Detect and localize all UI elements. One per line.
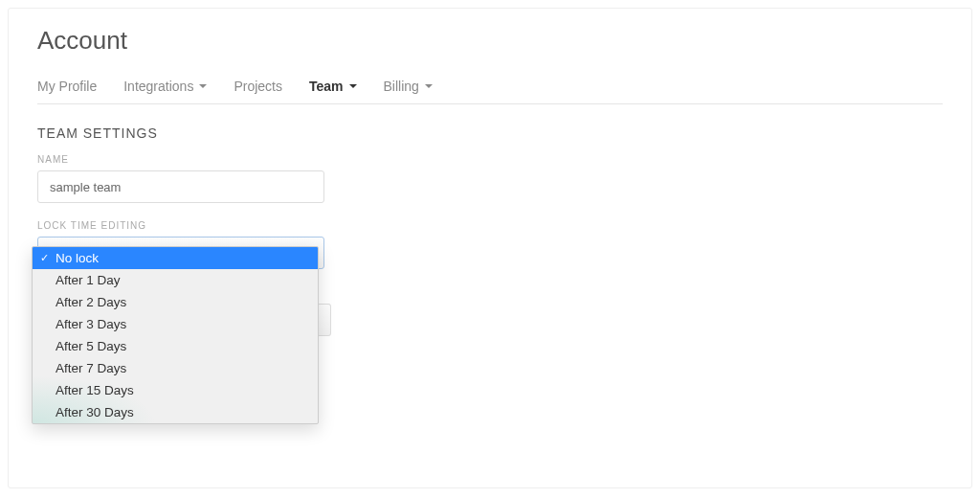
dropdown-option-no-lock[interactable]: No lock <box>33 247 318 269</box>
tab-billing[interactable]: Billing <box>384 73 433 103</box>
tab-label: My Profile <box>37 79 97 94</box>
tab-projects[interactable]: Projects <box>234 73 282 103</box>
dropdown-option-15-days[interactable]: After 15 Days <box>33 379 318 401</box>
lock-field-label: LOCK TIME EDITING <box>37 220 943 231</box>
team-name-input[interactable] <box>37 170 324 203</box>
tab-label: Projects <box>234 79 282 94</box>
tabs-nav: My Profile Integrations Projects Team Bi… <box>37 73 943 104</box>
tab-label: Team <box>309 79 344 94</box>
lock-select-wrap: No lock After 1 Day After 2 Days After 3… <box>37 237 324 269</box>
name-field-label: NAME <box>37 154 943 165</box>
tab-label: Billing <box>384 79 419 94</box>
chevron-down-icon <box>425 84 433 88</box>
dropdown-option-1-day[interactable]: After 1 Day <box>33 269 318 291</box>
tab-integrations[interactable]: Integrations <box>123 73 207 103</box>
chevron-down-icon <box>199 84 207 88</box>
hidden-control-edge <box>318 304 331 336</box>
tab-my-profile[interactable]: My Profile <box>37 73 97 103</box>
dropdown-option-3-days[interactable]: After 3 Days <box>33 313 318 335</box>
tab-team[interactable]: Team <box>309 73 357 103</box>
dropdown-option-7-days[interactable]: After 7 Days <box>33 357 318 379</box>
page-title: Account <box>37 26 943 56</box>
lock-time-dropdown: No lock After 1 Day After 2 Days After 3… <box>32 246 319 424</box>
chevron-down-icon <box>349 84 357 88</box>
dropdown-option-5-days[interactable]: After 5 Days <box>33 335 318 357</box>
account-panel: Account My Profile Integrations Projects… <box>8 8 972 488</box>
dropdown-option-2-days[interactable]: After 2 Days <box>33 291 318 313</box>
dropdown-option-30-days[interactable]: After 30 Days <box>33 401 318 423</box>
tab-label: Integrations <box>123 79 193 94</box>
section-heading: TEAM SETTINGS <box>37 125 943 141</box>
